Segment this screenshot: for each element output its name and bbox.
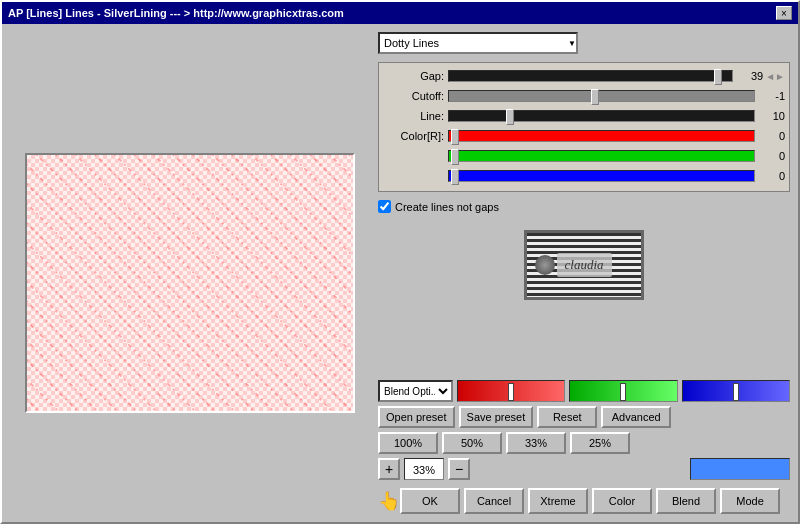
blend-dropdown[interactable]: Blend Opti... [378, 380, 453, 402]
window-title: AP [Lines] Lines - SilverLining --- > ht… [8, 7, 344, 19]
xtreme-button[interactable]: Xtreme [528, 488, 588, 514]
cancel-button[interactable]: Cancel [464, 488, 524, 514]
ok-button[interactable]: OK [400, 488, 460, 514]
colorR-value: 0 [755, 130, 785, 142]
zoom-value-label: 33% [404, 458, 444, 480]
svg-rect-1 [27, 155, 353, 412]
controls-panel: Dotty Lines ▼ 👆 Gap: 39 ◄► [378, 32, 790, 514]
logo-inner: claudia [557, 253, 612, 277]
cutoff-slider-thumb[interactable] [591, 89, 599, 105]
gap-arrow-icon: ◄► [765, 71, 785, 82]
logo-circle-icon [535, 255, 555, 275]
preview-canvas [25, 153, 355, 413]
advanced-button[interactable]: Advanced [601, 406, 671, 428]
zoom-preset-row: 100% 50% 33% 25% [378, 432, 790, 454]
colorB-value: 0 [755, 170, 785, 182]
zoom-25-button[interactable]: 25% [570, 432, 630, 454]
colorR-slider-thumb[interactable] [451, 129, 459, 145]
gap-slider-row: Gap: 39 ◄► [383, 67, 785, 85]
zoom-minus-button[interactable]: − [448, 458, 470, 480]
zoom-plus-button[interactable]: + [378, 458, 400, 480]
zoom-33-button[interactable]: 33% [506, 432, 566, 454]
open-preset-button[interactable]: Open preset [378, 406, 455, 428]
zoom-control-row: + 33% − [378, 458, 790, 480]
line-slider-track[interactable] [448, 110, 755, 122]
line-slider-row: Line: 10 [383, 107, 785, 125]
colorB-slider-track[interactable] [448, 170, 755, 182]
preset-buttons-row: Open preset Save preset Reset Advanced [378, 406, 790, 428]
blue-color-slider[interactable] [682, 380, 790, 402]
colorR-slider-row: Color[R]: 0 [383, 127, 785, 145]
checkbox-label: Create lines not gaps [395, 201, 499, 213]
line-value: 10 [755, 110, 785, 122]
logo-area: claudia [378, 225, 790, 305]
action-buttons-row: 👆 OK Cancel Xtreme Color Blend Mode [378, 484, 790, 514]
blue-slider-thumb[interactable] [733, 383, 739, 401]
logo-box: claudia [524, 230, 644, 300]
zoom-50-button[interactable]: 50% [442, 432, 502, 454]
logo-text: claudia [565, 257, 604, 272]
cutoff-label: Cutoff: [383, 90, 448, 102]
red-color-slider[interactable] [457, 380, 565, 402]
cutoff-slider-track[interactable] [448, 90, 755, 102]
main-window: AP [Lines] Lines - SilverLining --- > ht… [0, 0, 800, 524]
line-label: Line: [383, 110, 448, 122]
colorG-slider-row: 0 [383, 147, 785, 165]
blend-row: Blend Opti... [378, 380, 790, 402]
gap-value: 39 [733, 70, 763, 82]
blend-button[interactable]: Blend [656, 488, 716, 514]
diagonal-lines-svg [27, 155, 353, 412]
color-button[interactable]: Color [592, 488, 652, 514]
colorB-slider-row: 0 [383, 167, 785, 185]
colorG-slider-track[interactable] [448, 150, 755, 162]
colorR-slider-track[interactable] [448, 130, 755, 142]
save-preset-button[interactable]: Save preset [459, 406, 534, 428]
reset-button[interactable]: Reset [537, 406, 597, 428]
blend-dropdown-wrapper[interactable]: Blend Opti... [378, 380, 453, 402]
preset-dropdown[interactable]: Dotty Lines [378, 32, 578, 54]
colorR-label: Color[R]: [383, 130, 448, 142]
colorG-slider-thumb[interactable] [451, 149, 459, 165]
close-button[interactable]: × [776, 6, 792, 20]
cutoff-value: -1 [755, 90, 785, 102]
blue-color-preview [690, 458, 790, 480]
colorG-value: 0 [755, 150, 785, 162]
preview-panel [10, 32, 370, 514]
gap-label: Gap: [383, 70, 448, 82]
cutoff-slider-row: Cutoff: -1 [383, 87, 785, 105]
gap-slider-thumb[interactable] [714, 69, 722, 85]
preset-row: Dotty Lines ▼ 👆 [378, 32, 790, 54]
titlebar: AP [Lines] Lines - SilverLining --- > ht… [2, 2, 798, 24]
bottom-section: Blend Opti... Open preset [378, 380, 790, 514]
zoom-100-button[interactable]: 100% [378, 432, 438, 454]
create-lines-checkbox[interactable] [378, 200, 391, 213]
mode-button[interactable]: Mode [720, 488, 780, 514]
gap-slider-track[interactable] [448, 70, 733, 82]
checkbox-row: Create lines not gaps [378, 200, 790, 213]
red-slider-thumb[interactable] [508, 383, 514, 401]
preset-dropdown-wrapper[interactable]: Dotty Lines ▼ [378, 32, 578, 54]
ok-hand-icon: 👆 [378, 490, 400, 512]
line-slider-thumb[interactable] [506, 109, 514, 125]
green-slider-thumb[interactable] [620, 383, 626, 401]
hand-pointer-icon: 👆 [796, 30, 800, 52]
colorB-slider-thumb[interactable] [451, 169, 459, 185]
green-color-slider[interactable] [569, 380, 677, 402]
sliders-section: Gap: 39 ◄► Cutoff: -1 Li [378, 62, 790, 192]
